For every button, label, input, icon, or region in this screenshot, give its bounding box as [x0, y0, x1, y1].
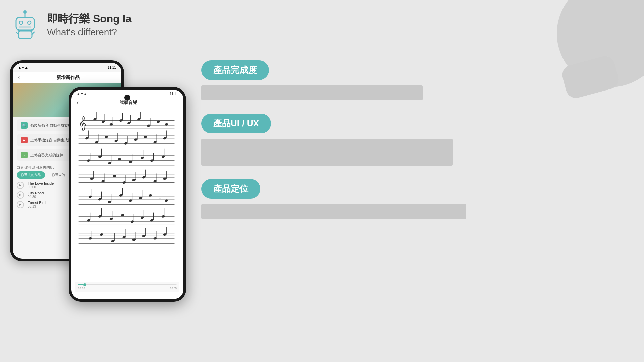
- status-icons: ▲▼▲: [18, 66, 28, 69]
- svg-point-73: [150, 159, 154, 162]
- svg-point-19: [109, 123, 113, 126]
- melody-icon: ♪: [21, 152, 28, 158]
- song-title-1: The Love Inside: [28, 181, 54, 185]
- section-uiux-badge: 產品UI / UX: [201, 114, 271, 133]
- play-btn-1[interactable]: ▶: [17, 182, 24, 189]
- section-uiux-bar: [201, 139, 453, 166]
- music-playback-bar[interactable]: 00:00 00:05: [75, 282, 179, 292]
- svg-point-92: [142, 176, 146, 179]
- robot-icon: [10, 10, 40, 40]
- svg-point-25: [137, 118, 141, 121]
- svg-point-152: [122, 236, 126, 239]
- section-positioning-bar: [201, 204, 466, 219]
- status-time: 11:11: [108, 66, 116, 69]
- svg-point-46: [124, 142, 128, 145]
- svg-point-88: [122, 181, 126, 184]
- phone-front-notch: [124, 95, 130, 101]
- svg-point-150: [111, 239, 115, 242]
- tab-my-works[interactable]: 你過去的作品: [17, 171, 45, 179]
- menu-item-record-label: 錄製新錄音 自動生成旋律: [30, 123, 72, 128]
- svg-point-82: [90, 177, 94, 180]
- menu-item-melody-label: 上傳自己完成的旋律: [30, 153, 63, 158]
- play-btn-2[interactable]: ▶: [17, 191, 24, 199]
- section-positioning-badge: 產品定位: [201, 179, 260, 199]
- phones-container: ▲▼▲ 11:11 ‹ 新增新作品 🔍 錄製新錄音 自動生成旋律 ▶ 上傳手機錄…: [10, 60, 198, 295]
- svg-point-38: [85, 137, 89, 140]
- phone-front-screen: ▲▼▲ 11:11 ‹ 試聽音樂: [71, 90, 183, 299]
- svg-point-158: [153, 237, 157, 240]
- svg-point-61: [87, 159, 90, 162]
- front-status-time: 11:11: [170, 92, 178, 96]
- phone-back-header: ‹ 新增新作品: [13, 72, 121, 83]
- svg-point-103: [88, 195, 92, 198]
- song-duration-1: 05:00: [28, 185, 54, 189]
- svg-point-154: [132, 238, 136, 241]
- svg-point-63: [98, 155, 102, 158]
- svg-point-94: [153, 180, 157, 183]
- section-completion-bar: [201, 85, 423, 100]
- svg-point-50: [144, 135, 147, 138]
- svg-point-127: [98, 215, 102, 218]
- song-info-3: Forest Bird 03:13: [28, 201, 46, 208]
- svg-text:𝄞: 𝄞: [79, 116, 86, 131]
- svg-point-84: [101, 180, 105, 183]
- svg-point-1: [23, 10, 27, 14]
- phone-back-status: ▲▼▲ 11:11: [13, 63, 121, 72]
- phone-back-header-title: 新增新作品: [20, 75, 116, 81]
- svg-point-137: [150, 219, 154, 222]
- right-content: 產品完成度 產品UI / UX 產品定位: [201, 60, 456, 232]
- phone-front: ▲▼▲ 11:11 ‹ 試聽音樂: [69, 87, 186, 302]
- tab-other[interactable]: 你過去的: [48, 171, 69, 179]
- header-text: 即時行樂 Song la What's different?: [47, 12, 131, 38]
- svg-point-71: [140, 156, 144, 159]
- svg-point-148: [100, 233, 103, 236]
- svg-point-139: [161, 215, 165, 218]
- playback-progress[interactable]: [78, 284, 177, 285]
- header: 即時行樂 Song la What's different?: [10, 10, 131, 40]
- song-duration-2: 04:30: [28, 195, 44, 199]
- svg-point-90: [132, 178, 136, 181]
- svg-point-54: [163, 137, 167, 140]
- svg-point-29: [156, 120, 160, 123]
- section-completion: 產品完成度: [201, 60, 456, 100]
- svg-point-21: [119, 119, 123, 122]
- front-status-icons: ▲▼▲: [77, 92, 87, 96]
- svg-point-75: [161, 155, 165, 158]
- svg-point-107: [108, 200, 111, 203]
- header-title: 即時行樂 Song la: [47, 12, 131, 26]
- svg-point-52: [153, 141, 157, 144]
- song-title-2: City Road: [28, 191, 44, 195]
- svg-point-69: [129, 160, 132, 163]
- svg-point-4: [28, 21, 31, 24]
- svg-point-48: [134, 138, 138, 141]
- svg-point-15: [93, 118, 97, 121]
- svg-point-118: [165, 199, 168, 202]
- svg-point-67: [117, 158, 121, 161]
- svg-point-160: [163, 233, 167, 236]
- playback-end: 00:05: [170, 287, 177, 290]
- playback-dot: [83, 283, 86, 286]
- svg-point-40: [95, 141, 98, 144]
- playback-start: 00:00: [78, 287, 85, 290]
- svg-point-131: [121, 214, 124, 217]
- song-title-3: Forest Bird: [28, 201, 46, 205]
- sheet-music-svg: 𝄞: [75, 112, 179, 291]
- svg-point-109: [119, 194, 123, 197]
- svg-point-113: [139, 197, 142, 200]
- sheet-music-area: 𝄞: [71, 109, 183, 291]
- svg-point-129: [109, 218, 113, 221]
- svg-point-156: [142, 234, 146, 237]
- upload-icon: ▶: [21, 137, 28, 143]
- svg-point-23: [127, 122, 131, 125]
- record-icon: 🔍: [21, 122, 28, 129]
- play-btn-3[interactable]: ▶: [17, 201, 24, 208]
- song-duration-3: 03:13: [28, 205, 46, 208]
- svg-point-111: [129, 199, 132, 202]
- section-positioning: 產品定位: [201, 179, 456, 219]
- svg-point-31: [165, 123, 168, 126]
- svg-text:𝄽: 𝄽: [159, 196, 161, 199]
- svg-point-44: [114, 139, 118, 142]
- section-completion-badge: 產品完成度: [201, 60, 269, 80]
- svg-point-96: [163, 177, 167, 180]
- svg-point-65: [108, 162, 111, 165]
